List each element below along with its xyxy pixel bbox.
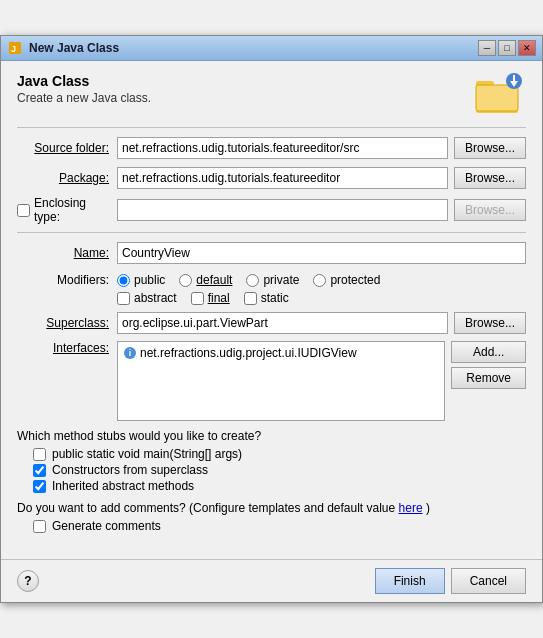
section-header: Java Class Create a new Java class.: [17, 73, 151, 105]
generate-comments-row: Generate comments: [33, 519, 526, 533]
svg-rect-4: [476, 85, 518, 111]
modifier-private-label[interactable]: private: [246, 273, 299, 287]
name-label: Name:: [17, 246, 117, 260]
interfaces-add-button[interactable]: Add...: [451, 341, 526, 363]
modifier-protected-radio[interactable]: [313, 274, 326, 287]
modifier-protected-label[interactable]: protected: [313, 273, 380, 287]
svg-rect-7: [513, 75, 515, 83]
modifier-private-text: private: [263, 273, 299, 287]
generate-comments-checkbox[interactable]: [33, 520, 46, 533]
dialog-body: Java Class Create a new Java class. Sour…: [1, 61, 542, 551]
comments-question-end: ): [426, 501, 430, 515]
stub-main-row: public static void main(String[] args): [33, 447, 526, 461]
new-java-class-dialog: J New Java Class ─ □ ✕ Java Class Create…: [0, 35, 543, 603]
enclosing-type-row: Enclosing type: Browse...: [17, 196, 526, 224]
stub-main-checkbox[interactable]: [33, 448, 46, 461]
generate-comments-label[interactable]: Generate comments: [52, 519, 161, 533]
interface-type-icon: i: [124, 347, 136, 359]
modifier-default-radio[interactable]: [179, 274, 192, 287]
comments-question-text: Do you want to add comments? (Configure …: [17, 501, 395, 515]
modifier-public-radio[interactable]: [117, 274, 130, 287]
modifier-default-text: default: [196, 273, 232, 287]
modifier-final-label[interactable]: final: [191, 291, 230, 305]
folder-icon: [474, 73, 526, 117]
stub-constructors-label[interactable]: Constructors from superclass: [52, 463, 208, 477]
modifier-final-checkbox[interactable]: [191, 292, 204, 305]
enclosing-type-label-container: Enclosing type:: [17, 196, 117, 224]
name-row: Name:: [17, 241, 526, 265]
modifiers-section: public default private protected: [117, 273, 526, 305]
stub-abstract-checkbox[interactable]: [33, 480, 46, 493]
close-button[interactable]: ✕: [518, 40, 536, 56]
bottom-bar: ? Finish Cancel: [1, 559, 542, 602]
interface-item-text: net.refractions.udig.project.ui.IUDIGVie…: [140, 346, 357, 360]
method-stubs-title: Which method stubs would you like to cre…: [17, 429, 526, 443]
modifiers-row: Modifiers: public default private: [17, 271, 526, 305]
modifier-static-text: static: [261, 291, 289, 305]
modifier-public-text: public: [134, 273, 165, 287]
section-title: Java Class: [17, 73, 151, 89]
package-row: Package: Browse...: [17, 166, 526, 190]
modifier-static-label[interactable]: static: [244, 291, 289, 305]
finish-button[interactable]: Finish: [375, 568, 445, 594]
stub-constructors-row: Constructors from superclass: [33, 463, 526, 477]
comments-question: Do you want to add comments? (Configure …: [17, 501, 526, 515]
modifier-abstract-label[interactable]: abstract: [117, 291, 177, 305]
package-label: Package:: [17, 171, 117, 185]
minimize-button[interactable]: ─: [478, 40, 496, 56]
source-folder-input[interactable]: [117, 137, 448, 159]
maximize-button[interactable]: □: [498, 40, 516, 56]
method-stubs-section: Which method stubs would you like to cre…: [17, 429, 526, 493]
enclosing-type-checkbox[interactable]: [17, 204, 30, 217]
title-text: New Java Class: [29, 41, 119, 55]
modifiers-label: Modifiers:: [17, 273, 117, 287]
section-subtitle: Create a new Java class.: [17, 91, 151, 105]
interfaces-label: Interfaces:: [17, 341, 117, 355]
stub-abstract-row: Inherited abstract methods: [33, 479, 526, 493]
source-folder-label: Source folder:: [17, 141, 117, 155]
help-button[interactable]: ?: [17, 570, 39, 592]
modifier-abstract-text: abstract: [134, 291, 177, 305]
superclass-row: Superclass: Browse...: [17, 311, 526, 335]
modifier-private-radio[interactable]: [246, 274, 259, 287]
package-input[interactable]: [117, 167, 448, 189]
interface-item: i net.refractions.udig.project.ui.IUDIGV…: [120, 344, 442, 362]
divider-2: [17, 232, 526, 233]
modifier-final-text: final: [208, 291, 230, 305]
source-folder-row: Source folder: Browse...: [17, 136, 526, 160]
enclosing-type-label[interactable]: Enclosing type:: [34, 196, 109, 224]
stub-main-label[interactable]: public static void main(String[] args): [52, 447, 242, 461]
action-buttons: Finish Cancel: [375, 568, 526, 594]
modifiers-check-row: abstract final static: [117, 291, 526, 305]
divider-1: [17, 127, 526, 128]
comments-section: Do you want to add comments? (Configure …: [17, 501, 526, 533]
stub-constructors-checkbox[interactable]: [33, 464, 46, 477]
cancel-button[interactable]: Cancel: [451, 568, 526, 594]
modifier-public-label[interactable]: public: [117, 273, 165, 287]
svg-text:J: J: [11, 44, 16, 54]
enclosing-type-browse-button[interactable]: Browse...: [454, 199, 526, 221]
interfaces-remove-button[interactable]: Remove: [451, 367, 526, 389]
package-browse-button[interactable]: Browse...: [454, 167, 526, 189]
interfaces-buttons: Add... Remove: [451, 341, 526, 389]
comments-here-link[interactable]: here: [399, 501, 423, 515]
title-bar-left: J New Java Class: [7, 40, 119, 56]
dialog-icon: J: [7, 40, 23, 56]
title-buttons: ─ □ ✕: [478, 40, 536, 56]
superclass-label: Superclass:: [17, 316, 117, 330]
superclass-browse-button[interactable]: Browse...: [454, 312, 526, 334]
interfaces-list[interactable]: i net.refractions.udig.project.ui.IUDIGV…: [117, 341, 445, 421]
modifier-default-label[interactable]: default: [179, 273, 232, 287]
enclosing-type-input[interactable]: [117, 199, 448, 221]
modifiers-radio-row: public default private protected: [117, 273, 526, 287]
interfaces-row: Interfaces: i net.refractions.udig.proje…: [17, 341, 526, 421]
superclass-input[interactable]: [117, 312, 448, 334]
name-input[interactable]: [117, 242, 526, 264]
stub-abstract-label[interactable]: Inherited abstract methods: [52, 479, 194, 493]
modifier-static-checkbox[interactable]: [244, 292, 257, 305]
modifier-protected-text: protected: [330, 273, 380, 287]
source-folder-browse-button[interactable]: Browse...: [454, 137, 526, 159]
title-bar: J New Java Class ─ □ ✕: [1, 36, 542, 61]
modifier-abstract-checkbox[interactable]: [117, 292, 130, 305]
header-row: Java Class Create a new Java class.: [17, 73, 526, 117]
